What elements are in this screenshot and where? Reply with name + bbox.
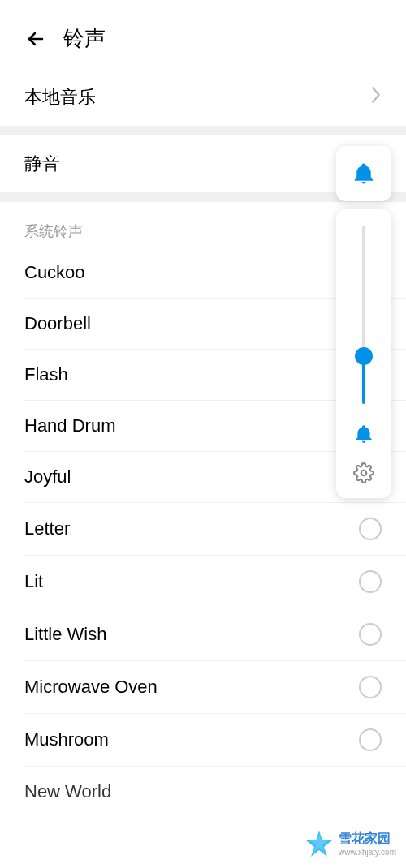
volume-mode-button[interactable] [336, 146, 391, 201]
ringtone-label: Flash [24, 364, 68, 385]
bell-icon [352, 161, 376, 186]
radio-button[interactable] [359, 570, 382, 593]
silent-label: 静音 [24, 152, 60, 176]
watermark-logo [304, 829, 334, 858]
ringtone-label: Cuckoo [24, 262, 85, 283]
radio-button[interactable] [359, 728, 382, 751]
ringtone-label: Lit [24, 571, 43, 592]
ringtone-label: Microwave Oven [24, 677, 158, 698]
radio-button[interactable] [359, 518, 382, 540]
ringtone-label: Joyful [24, 466, 71, 488]
watermark-name: 雪花家园 [339, 831, 391, 848]
separator [0, 126, 406, 135]
settings-button[interactable] [353, 462, 374, 487]
ringtone-label: Hand Drum [24, 415, 115, 436]
ringtone-label: Mushroom [24, 729, 109, 750]
ringtone-label: Letter [24, 518, 70, 539]
bell-icon [353, 423, 374, 448]
ringtone-item[interactable]: Lit [0, 556, 406, 608]
svg-point-1 [361, 471, 367, 476]
ringtone-item[interactable]: Mushroom [0, 714, 406, 766]
ringtone-label: Doorbell [24, 313, 91, 334]
back-icon[interactable] [24, 28, 47, 50]
volume-panel [336, 146, 391, 498]
watermark-url: www.xhjaty.com [339, 848, 396, 857]
ringtone-item[interactable]: Microwave Oven [0, 661, 406, 713]
ringtone-item[interactable]: Letter [0, 503, 406, 555]
local-music-item[interactable]: 本地音乐 [0, 69, 406, 126]
list-item[interactable]: New World [0, 767, 406, 802]
page-title: 铃声 [63, 24, 106, 53]
watermark: 雪花家园 www.xhjaty.com [304, 829, 396, 858]
header: 铃声 [0, 0, 406, 69]
gear-icon [353, 462, 374, 483]
radio-button[interactable] [359, 623, 382, 646]
volume-slider[interactable] [362, 226, 365, 404]
chevron-right-icon [370, 86, 382, 109]
slider-thumb[interactable] [355, 347, 373, 365]
ringtone-label: Little Wish [24, 624, 106, 645]
local-music-label: 本地音乐 [24, 85, 96, 110]
ringtone-item[interactable]: Little Wish [0, 608, 406, 660]
radio-button[interactable] [359, 676, 382, 698]
volume-slider-panel [336, 209, 391, 498]
